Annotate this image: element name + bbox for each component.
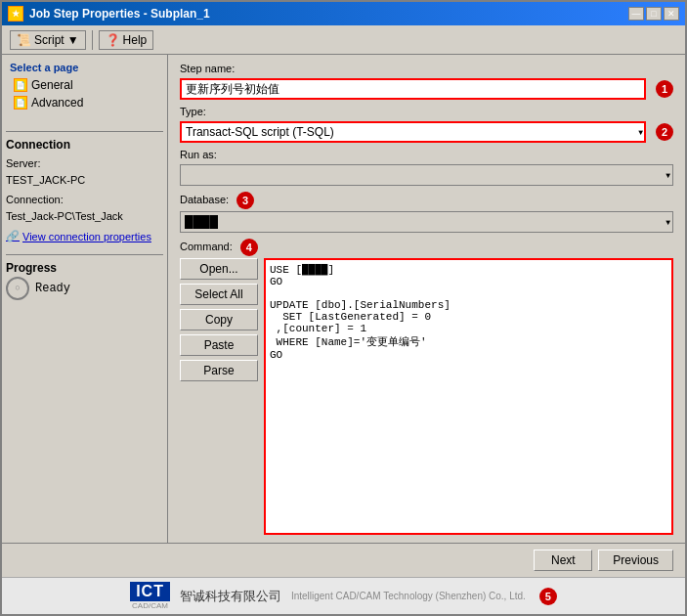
view-link-label: View connection properties <box>22 231 151 242</box>
progress-row: ○ Ready <box>6 277 163 300</box>
window-icon: ★ <box>8 6 23 22</box>
window-title: Job Step Properties - Subplan_1 <box>29 7 210 21</box>
next-button[interactable]: Next <box>534 550 592 571</box>
toolbar-separator <box>92 30 93 50</box>
run-as-wrapper <box>180 164 673 186</box>
main-window: ★ Job Step Properties - Subplan_1 — □ ✕ … <box>0 0 687 616</box>
command-textarea[interactable]: USE [████] GO UPDATE [dbo].[SerialNumber… <box>264 258 673 535</box>
general-icon: 📄 <box>14 78 27 92</box>
type-label-row: Type: <box>180 106 673 119</box>
sidebar-item-general[interactable]: 📄 General <box>6 76 163 94</box>
script-icon: 📜 <box>17 33 31 47</box>
title-bar-buttons: — □ ✕ <box>628 7 679 21</box>
sidebar-item-advanced[interactable]: 📄 Advanced <box>6 94 163 111</box>
connection-info: Server: TEST_JACK-PC Connection: Test_Ja… <box>6 155 163 224</box>
server-value: TEST_JACK-PC <box>6 172 163 189</box>
database-label: Database: <box>180 194 229 205</box>
type-select-wrapper: Transact-SQL script (T-SQL) <box>180 121 646 143</box>
previous-button[interactable]: Previous <box>598 550 673 571</box>
maximize-button[interactable]: □ <box>646 7 662 21</box>
connection-value: Test_Jack-PC\Test_Jack <box>6 208 163 225</box>
progress-title: Progress <box>6 261 163 275</box>
parse-button[interactable]: Parse <box>180 360 258 381</box>
view-connection-link[interactable]: 🔗 View connection properties <box>6 230 163 242</box>
step-name-label: Step name: <box>180 63 235 74</box>
sidebar: Select a page 📄 General 📄 Advanced Conne… <box>2 55 168 543</box>
badge-2: 2 <box>656 123 673 141</box>
command-label: Command: <box>180 241 233 252</box>
badge-4: 4 <box>240 239 258 256</box>
step-name-input[interactable] <box>180 78 646 100</box>
title-bar: ★ Job Step Properties - Subplan_1 — □ ✕ <box>2 2 685 25</box>
minimize-button[interactable]: — <box>628 7 644 21</box>
select-all-button[interactable]: Select All <box>180 284 258 305</box>
script-dropdown-arrow: ▼ <box>67 33 79 47</box>
copy-button[interactable]: Copy <box>180 309 258 330</box>
content-area: Step name: 1 Type: Transact-SQL script (… <box>168 55 685 543</box>
run-as-field-row <box>180 164 673 186</box>
database-field-row: ████ <box>180 211 673 233</box>
bottom-bar: Next Previous <box>2 543 685 577</box>
database-section: Database: 3 ████ <box>180 192 673 233</box>
company-name: 智诚科技有限公司 <box>180 588 281 605</box>
type-section: Type: Transact-SQL script (T-SQL) 2 <box>180 106 673 143</box>
progress-icon: ○ <box>6 277 29 300</box>
script-button[interactable]: 📜 Script ▼ <box>10 30 86 50</box>
script-label: Script <box>34 33 64 47</box>
database-select[interactable]: ████ <box>180 211 673 233</box>
ict-logo-text: ICT <box>130 582 170 601</box>
ict-cad-text: CAD/CAM <box>132 601 168 610</box>
connection-label: Connection: <box>6 192 163 208</box>
type-label: Type: <box>180 106 206 117</box>
sidebar-item-general-label: General <box>31 78 73 92</box>
help-label: Help <box>123 33 148 47</box>
step-name-section: Step name: 1 <box>180 63 673 100</box>
run-as-label: Run as: <box>180 149 217 160</box>
step-name-label-row: Step name: <box>180 63 673 76</box>
command-section: Command: 4 Open... Select All Copy Paste… <box>180 239 673 535</box>
command-buttons: Open... Select All Copy Paste Parse <box>180 258 258 535</box>
type-select[interactable]: Transact-SQL script (T-SQL) <box>180 121 646 143</box>
server-label: Server: <box>6 155 163 172</box>
command-area: Open... Select All Copy Paste Parse USE … <box>180 258 673 535</box>
help-button[interactable]: ❓ Help <box>99 30 154 50</box>
connection-title: Connection <box>6 138 163 152</box>
link-icon: 🔗 <box>6 230 20 242</box>
badge-5: 5 <box>539 588 557 605</box>
db-wrapper: ████ <box>180 211 673 233</box>
command-label-row: Command: 4 <box>180 239 673 256</box>
paste-button[interactable]: Paste <box>180 334 258 356</box>
sidebar-title: Select a page <box>6 59 163 76</box>
open-button[interactable]: Open... <box>180 258 258 280</box>
footer-watermark: ICT CAD/CAM 智诚科技有限公司 Intelligent CAD/CAM… <box>2 577 685 614</box>
run-as-label-row: Run as: <box>180 149 673 162</box>
type-field-row: Transact-SQL script (T-SQL) 2 <box>180 121 673 143</box>
close-button[interactable]: ✕ <box>664 7 679 21</box>
advanced-icon: 📄 <box>14 96 27 110</box>
help-icon: ❓ <box>106 33 120 47</box>
sidebar-item-advanced-label: Advanced <box>31 96 83 110</box>
company-subtitle: Intelligent CAD/CAM Technology (Shenzhen… <box>291 591 526 601</box>
toolbar: 📜 Script ▼ ❓ Help <box>2 25 685 55</box>
run-as-select[interactable] <box>180 164 673 186</box>
badge-3: 3 <box>236 192 254 209</box>
database-label-row: Database: 3 <box>180 192 673 209</box>
title-bar-left: ★ Job Step Properties - Subplan_1 <box>8 6 210 22</box>
ict-badge: ICT CAD/CAM <box>130 582 170 610</box>
progress-status: Ready <box>35 282 70 295</box>
step-name-field-row: 1 <box>180 78 673 100</box>
run-as-section: Run as: <box>180 149 673 186</box>
main-content: Select a page 📄 General 📄 Advanced Conne… <box>2 55 685 543</box>
badge-1: 1 <box>656 80 673 98</box>
